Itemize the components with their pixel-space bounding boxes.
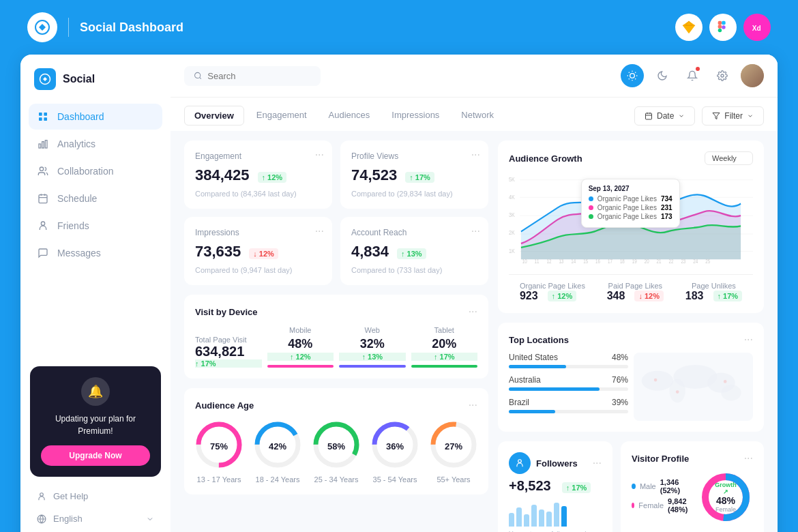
svg-text:20: 20 xyxy=(645,258,649,265)
mini-bar xyxy=(546,512,552,527)
device-grid: Total Page Visit 634,821 ↑ 17% Mobile 48… xyxy=(195,326,477,368)
sidebar-item-messages[interactable]: Messages xyxy=(29,240,162,266)
notifications-button[interactable] xyxy=(681,64,704,87)
donut-label: Female xyxy=(712,506,739,513)
loc-item-header-us: United States 48% xyxy=(509,353,628,362)
gstat-paid: Paid Page Likes 348 ↓ 12% xyxy=(607,282,664,302)
followers-menu[interactable]: ··· xyxy=(593,457,602,469)
figma-icon[interactable] xyxy=(709,14,737,41)
loc-bar-bg-br xyxy=(509,410,628,413)
loc-menu[interactable]: ··· xyxy=(744,334,753,346)
world-map xyxy=(634,353,753,421)
svg-text:1K: 1K xyxy=(509,247,515,254)
sidebar-item-analytics[interactable]: Analytics xyxy=(29,131,162,157)
gstat-unlikes-value: 183 xyxy=(685,290,704,302)
top-bar: Social Dashboard Xd xyxy=(0,0,798,55)
gstat-unlikes: Page Unlikes 183 ↑ 17% xyxy=(685,282,742,302)
ring-container: 42% xyxy=(254,421,301,471)
avatar[interactable] xyxy=(741,64,764,87)
loc-pct-br: 39% xyxy=(612,398,628,407)
ring-pct: 36% xyxy=(386,441,404,452)
chevron-date-icon xyxy=(678,113,685,119)
device-menu[interactable]: ··· xyxy=(469,306,477,318)
loc-item-us: United States 48% xyxy=(509,353,628,368)
date-filter[interactable]: Date xyxy=(634,106,695,125)
users-icon xyxy=(37,165,49,177)
settings-button[interactable] xyxy=(711,64,734,87)
impressions-compare: Compared to (9,947 last day) xyxy=(195,266,321,274)
engagement-compare: Compared to (84,364 last day) xyxy=(195,190,321,198)
svg-rect-2 xyxy=(722,21,726,25)
sidebar-item-collaboration[interactable]: Collaboration xyxy=(29,158,162,184)
app-title: Social Dashboard xyxy=(80,20,183,35)
tabs-right: Date Filter xyxy=(634,106,764,125)
tab-engagement[interactable]: Engagement xyxy=(247,106,316,125)
loc-pct-au: 76% xyxy=(612,375,628,385)
mobile-bar xyxy=(267,365,334,368)
mobile-pct: 48% xyxy=(267,337,334,351)
sidebar-item-help[interactable]: Get Help xyxy=(29,485,162,507)
svg-text:19: 19 xyxy=(632,258,637,265)
svg-text:14: 14 xyxy=(571,258,576,265)
tab-overview[interactable]: Overview xyxy=(184,106,244,125)
svg-point-18 xyxy=(41,222,44,225)
sketch-icon[interactable] xyxy=(675,14,703,41)
tab-audiences[interactable]: Audiences xyxy=(319,106,380,125)
svg-text:25: 25 xyxy=(705,258,710,265)
search-box[interactable] xyxy=(184,66,321,86)
loc-bar-fill-br xyxy=(509,410,555,413)
impressions-menu[interactable]: ··· xyxy=(315,225,324,237)
impressions-value: 73,635 xyxy=(195,243,241,261)
tooltip-value-1: 734 xyxy=(661,195,673,203)
device-tablet-col: Tablet 20% ↑ 17% xyxy=(411,326,478,368)
device-total-col: Total Page Visit 634,821 ↑ 17% xyxy=(195,336,262,368)
svg-rect-11 xyxy=(39,117,42,121)
nav-label-friends: Friends xyxy=(57,220,89,231)
tabs-left: Overview Engagement Audiences Impression… xyxy=(184,106,503,125)
light-mode-button[interactable] xyxy=(621,64,644,87)
visitor-menu[interactable]: ··· xyxy=(744,452,753,464)
brand-icon xyxy=(34,68,56,90)
sidebar-item-dashboard[interactable]: Dashboard xyxy=(29,104,162,130)
ring-item: 36% 35 - 54 Years xyxy=(371,421,419,484)
svg-point-70 xyxy=(724,380,727,383)
weekly-select[interactable]: Weekly Monthly xyxy=(705,151,753,165)
svg-text:17: 17 xyxy=(608,258,612,265)
profile-views-menu[interactable]: ··· xyxy=(471,149,480,161)
xd-icon[interactable]: Xd xyxy=(743,14,771,41)
sidebar-item-language[interactable]: English xyxy=(29,507,162,530)
account-reach-card: ··· Account Reach 4,834 ↑ 13% Compared t… xyxy=(340,217,488,285)
gstat-organic-value: 923 xyxy=(520,290,538,302)
tooltip-row-3: Organic Page Likes 173 xyxy=(589,213,673,220)
dark-mode-button[interactable] xyxy=(651,64,674,87)
web-pct: 32% xyxy=(339,337,406,351)
sidebar-item-friends[interactable]: Friends xyxy=(29,213,162,239)
followers-value: +8,523 xyxy=(509,478,551,494)
vl-item-female: Female 9,842 (48%) xyxy=(632,497,690,514)
mini-bar xyxy=(516,507,522,527)
svg-rect-1 xyxy=(718,21,722,25)
svg-text:10: 10 xyxy=(522,258,527,265)
svg-text:21: 21 xyxy=(657,258,662,265)
engagement-menu[interactable]: ··· xyxy=(315,149,324,161)
loc-name-au: Australia xyxy=(509,375,541,385)
tab-network[interactable]: Network xyxy=(452,106,503,125)
top-locations-card: Top Locations ··· United States 48% xyxy=(498,323,764,432)
stats-grid: ··· Engagement 384,425 ↑ 12% Compared to… xyxy=(184,141,488,285)
age-menu[interactable]: ··· xyxy=(469,399,477,411)
nav-label-collaboration: Collaboration xyxy=(57,166,114,177)
account-reach-compare: Compared to (733 last day) xyxy=(351,266,477,274)
sidebar-item-schedule[interactable]: Schedule xyxy=(29,186,162,211)
ring-container: 75% xyxy=(195,421,243,471)
svg-rect-9 xyxy=(39,113,42,116)
search-input[interactable] xyxy=(207,71,311,81)
svg-text:11: 11 xyxy=(535,258,540,265)
tab-impressions[interactable]: Impressions xyxy=(382,106,449,125)
donut-center: Growth ↗ 48% Female xyxy=(712,482,739,513)
upgrade-button[interactable]: Upgrade Now xyxy=(41,445,150,466)
mini-bar xyxy=(509,513,514,527)
filter-button[interactable]: Filter xyxy=(702,106,764,125)
account-reach-menu[interactable]: ··· xyxy=(471,225,480,237)
ring-pct: 75% xyxy=(210,441,228,452)
gstat-unlikes-badge: ↑ 17% xyxy=(713,291,743,301)
